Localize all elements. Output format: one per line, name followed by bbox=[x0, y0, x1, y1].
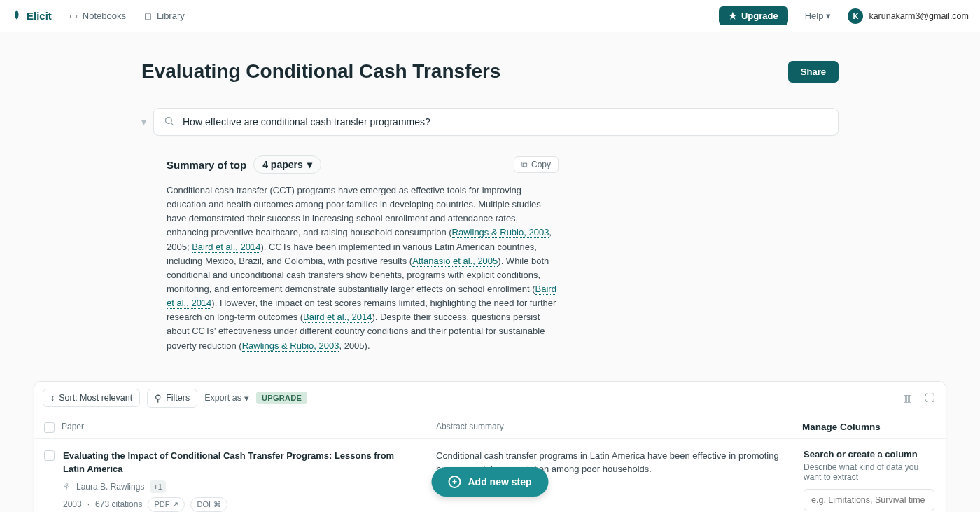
avatar[interactable]: K bbox=[848, 8, 863, 24]
svg-point-0 bbox=[166, 118, 172, 124]
citation-link[interactable]: Baird et al., 2014 bbox=[303, 312, 372, 323]
paper-author: Laura B. Rawlings bbox=[76, 480, 144, 493]
brand-mark-icon bbox=[11, 9, 22, 22]
citation-link[interactable]: Baird et al., 2014 bbox=[192, 242, 260, 253]
results-toolbar: ↕ Sort: Most relevant ⚲ Filters Export a… bbox=[34, 382, 946, 415]
nav-notebooks[interactable]: ▭ Notebooks bbox=[69, 11, 126, 21]
external-link-icon: ↗ bbox=[172, 499, 178, 511]
side-search-title: Search or create a column bbox=[804, 449, 934, 459]
brand-name: Elicit bbox=[27, 10, 52, 22]
filters-button-label: Filters bbox=[166, 393, 190, 403]
nav-library-label: Library bbox=[157, 11, 185, 21]
citation-link[interactable]: Rawlings & Rubio, 2003 bbox=[242, 340, 340, 352]
manage-columns-label: Manage Columns bbox=[802, 422, 881, 432]
column-search-input[interactable] bbox=[804, 489, 934, 511]
svg-line-1 bbox=[171, 123, 173, 125]
upgrade-badge[interactable]: UPGRADE bbox=[256, 392, 307, 404]
column-header-abstract: Abstract summary bbox=[426, 415, 792, 438]
manage-columns-panel: Search or create a column Describe what … bbox=[792, 439, 946, 512]
add-step-fab[interactable]: + Add new step bbox=[431, 467, 548, 497]
upgrade-button-label: Upgrade bbox=[741, 11, 778, 21]
manage-columns-header: Manage Columns bbox=[792, 415, 946, 438]
copy-icon: ⧉ bbox=[522, 160, 528, 169]
page-title: Evaluating Conditional Cash Transfers bbox=[141, 60, 500, 83]
filters-button[interactable]: ⚲ Filters bbox=[147, 389, 197, 408]
export-button[interactable]: Export as ▾ bbox=[204, 393, 249, 403]
notebook-icon: ▭ bbox=[69, 11, 78, 21]
help-menu[interactable]: Help ▾ bbox=[805, 11, 832, 21]
chevron-down-icon: ▾ bbox=[826, 11, 831, 21]
paper-title[interactable]: Evaluating the Impact of Conditional Cas… bbox=[63, 449, 416, 476]
copy-button[interactable]: ⧉ Copy bbox=[514, 156, 559, 173]
papers-selector[interactable]: 4 papers ▾ bbox=[253, 155, 321, 174]
export-button-label: Export as bbox=[204, 393, 241, 403]
share-button[interactable]: Share bbox=[788, 61, 839, 83]
chevron-down-icon: ▾ bbox=[307, 159, 312, 170]
pdf-link[interactable]: PDF ↗ bbox=[148, 497, 185, 512]
help-label: Help bbox=[805, 11, 824, 21]
star-icon: ★ bbox=[729, 11, 737, 21]
summary-title: Summary of top bbox=[167, 159, 246, 171]
search-input[interactable] bbox=[181, 116, 828, 128]
sort-button[interactable]: ↕ Sort: Most relevant bbox=[43, 389, 140, 407]
user-email: karunakarm3@gmail.com bbox=[869, 11, 969, 21]
paper-year: 2003 bbox=[63, 498, 82, 511]
topbar: Elicit ▭ Notebooks ◻ Library ★ Upgrade H… bbox=[0, 0, 980, 32]
select-all-checkbox[interactable] bbox=[44, 422, 55, 433]
column-header-paper-label: Paper bbox=[62, 422, 84, 431]
additional-authors[interactable]: +1 bbox=[150, 480, 166, 494]
chevron-down-icon: ▾ bbox=[244, 393, 249, 403]
citation-link[interactable]: Rawlings & Rubio, 2003 bbox=[452, 227, 550, 238]
nav-notebooks-label: Notebooks bbox=[83, 11, 126, 21]
column-header-paper: Paper bbox=[34, 415, 426, 438]
doi-link[interactable]: DOI ⌘ bbox=[190, 497, 227, 512]
side-search-desc: Describe what kind of data you want to e… bbox=[804, 462, 934, 482]
authors-icon: ⚘ bbox=[63, 480, 71, 493]
brand[interactable]: Elicit bbox=[11, 9, 52, 22]
library-icon: ◻ bbox=[143, 11, 153, 21]
papers-selector-label: 4 papers bbox=[262, 159, 303, 170]
column-header-abstract-label: Abstract summary bbox=[436, 422, 504, 431]
summary-text: Conditional cash transfer (CCT) programs… bbox=[167, 184, 559, 353]
upgrade-button[interactable]: ★ Upgrade bbox=[719, 6, 788, 25]
plus-circle-icon: + bbox=[448, 476, 461, 488]
search-icon bbox=[164, 116, 174, 128]
add-step-label: Add new step bbox=[468, 476, 531, 487]
collapse-chevron-icon[interactable]: ▾ bbox=[141, 116, 146, 127]
citation-link[interactable]: Attanasio et al., 2005 bbox=[412, 256, 498, 267]
link-icon: ⌘ bbox=[214, 499, 221, 511]
paper-citations: 673 citations bbox=[95, 498, 142, 511]
avatar-letter: K bbox=[853, 12, 858, 20]
layout-icon[interactable]: ▥ bbox=[900, 389, 915, 406]
expand-icon[interactable]: ⛶ bbox=[922, 389, 937, 406]
nav-library[interactable]: ◻ Library bbox=[143, 11, 185, 21]
search-box[interactable] bbox=[153, 108, 839, 136]
sort-icon: ↕ bbox=[50, 393, 55, 403]
sort-button-label: Sort: Most relevant bbox=[59, 393, 132, 403]
row-checkbox[interactable] bbox=[44, 450, 55, 461]
filter-icon: ⚲ bbox=[155, 393, 162, 403]
copy-button-label: Copy bbox=[531, 160, 551, 169]
